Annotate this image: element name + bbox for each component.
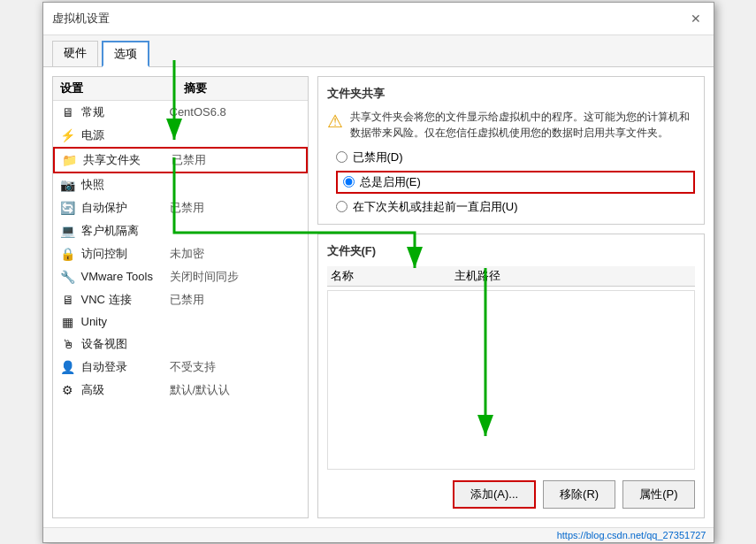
advanced-label: 高级 xyxy=(81,382,170,398)
radio-group: 已禁用(D) 总是启用(E) 在下次关机或挂起前一直启用(U) xyxy=(327,149,695,215)
shared-folders-summary: 已禁用 xyxy=(172,152,206,168)
snapshot-label: 快照 xyxy=(81,177,170,193)
advanced-icon: ⚙ xyxy=(60,383,76,397)
autologin-summary: 不受支持 xyxy=(170,359,216,375)
isolation-label: 客户机隔离 xyxy=(81,223,170,239)
close-button[interactable]: ✕ xyxy=(687,10,705,27)
radio-next-shutdown-input[interactable] xyxy=(336,201,347,212)
radio-always-on[interactable]: 总是启用(E) xyxy=(336,171,695,194)
access-control-icon: 🔒 xyxy=(60,247,76,261)
radio-always-on-input[interactable] xyxy=(343,176,355,188)
vmware-tools-icon: 🔧 xyxy=(60,270,76,284)
file-sharing-section: 文件夹共享 ⚠ 共享文件夹会将您的文件显示给虚拟机中的程序。这可能为您的计算机和… xyxy=(317,76,705,225)
snapshot-icon: 📷 xyxy=(60,178,76,192)
url-text: https://blog.csdn.net/qq_27351727 xyxy=(557,530,706,540)
folder-table-body xyxy=(327,290,695,470)
general-icon: 🖥 xyxy=(60,105,76,119)
list-item-isolation[interactable]: 💻 客户机隔离 xyxy=(53,219,308,242)
radio-always-on-label: 总是启用(E) xyxy=(360,174,421,190)
col-summary-header: 摘要 xyxy=(184,80,207,96)
vmware-tools-label: VMware Tools xyxy=(81,270,170,283)
list-item-snapshot[interactable]: 📷 快照 xyxy=(53,173,308,196)
list-item-autoprotect[interactable]: 🔄 自动保护 已禁用 xyxy=(53,196,308,219)
folder-section: 文件夹(F) 名称 主机路径 添加(A)... 移除(R) 属性(P) xyxy=(317,234,705,518)
autologin-label: 自动登录 xyxy=(81,359,170,375)
list-item-general[interactable]: 🖥 常规 CentOS6.8 xyxy=(53,101,308,124)
warning-row: ⚠ 共享文件夹会将您的文件显示给虚拟机中的程序。这可能为您的计算机和数据带来风险… xyxy=(327,109,695,141)
content-area: 设置 摘要 🖥 常规 CentOS6.8 ⚡ 电源 📁 共享文件夹 已禁用 xyxy=(43,67,714,527)
file-sharing-title: 文件夹共享 xyxy=(327,86,695,102)
list-item-vmware-tools[interactable]: 🔧 VMware Tools 关闭时间同步 xyxy=(53,265,308,288)
right-panel: 文件夹共享 ⚠ 共享文件夹会将您的文件显示给虚拟机中的程序。这可能为您的计算机和… xyxy=(317,76,705,518)
col-name-header: 名称 xyxy=(331,268,454,284)
unity-icon: ▦ xyxy=(60,315,76,329)
tab-hardware[interactable]: 硬件 xyxy=(52,41,98,66)
unity-label: Unity xyxy=(81,315,170,328)
shared-folders-label: 共享文件夹 xyxy=(83,152,172,168)
left-panel: 设置 摘要 🖥 常规 CentOS6.8 ⚡ 电源 📁 共享文件夹 已禁用 xyxy=(52,76,309,518)
radio-disabled[interactable]: 已禁用(D) xyxy=(336,149,695,165)
radio-next-shutdown-label: 在下次关机或挂起前一直启用(U) xyxy=(353,199,518,215)
radio-disabled-label: 已禁用(D) xyxy=(353,149,403,165)
folder-buttons: 添加(A)... 移除(R) 属性(P) xyxy=(327,480,695,509)
autologin-icon: 👤 xyxy=(60,360,76,374)
radio-disabled-input[interactable] xyxy=(336,151,347,163)
autoprotect-label: 自动保护 xyxy=(81,200,170,216)
left-header: 设置 摘要 xyxy=(53,77,308,101)
power-label: 电源 xyxy=(81,127,170,143)
autoprotect-summary: 已禁用 xyxy=(170,200,204,216)
dialog: 虚拟机设置 ✕ 硬件 选项 设置 摘要 🖥 常规 CentOS6.8 ⚡ 电源 xyxy=(42,2,714,543)
radio-next-shutdown[interactable]: 在下次关机或挂起前一直启用(U) xyxy=(336,199,695,215)
device-view-label: 设备视图 xyxy=(81,336,170,352)
remove-button[interactable]: 移除(R) xyxy=(543,480,615,509)
general-label: 常规 xyxy=(81,104,170,120)
power-icon: ⚡ xyxy=(60,128,76,142)
access-control-label: 访问控制 xyxy=(81,246,170,262)
list-item-unity[interactable]: ▦ Unity xyxy=(53,311,308,333)
tab-options[interactable]: 选项 xyxy=(102,41,149,67)
settings-list: 🖥 常规 CentOS6.8 ⚡ 电源 📁 共享文件夹 已禁用 📷 快照 xyxy=(53,101,308,402)
properties-button[interactable]: 属性(P) xyxy=(622,480,694,509)
list-item-advanced[interactable]: ⚙ 高级 默认/默认认 xyxy=(53,379,308,402)
url-bar: https://blog.csdn.net/qq_27351727 xyxy=(43,527,714,542)
vnc-summary: 已禁用 xyxy=(170,292,204,308)
vnc-icon: 🖥 xyxy=(60,293,76,307)
list-item-shared-folders[interactable]: 📁 共享文件夹 已禁用 xyxy=(53,147,308,173)
general-summary: CentOS6.8 xyxy=(170,105,226,119)
list-item-power[interactable]: ⚡ 电源 xyxy=(53,124,308,147)
list-item-device-view[interactable]: 🖱 设备视图 xyxy=(53,333,308,356)
title-bar: 虚拟机设置 ✕ xyxy=(43,3,714,35)
vmware-tools-summary: 关闭时间同步 xyxy=(170,269,239,285)
folder-section-title: 文件夹(F) xyxy=(327,243,695,259)
folder-table-header: 名称 主机路径 xyxy=(327,266,695,287)
list-item-vnc[interactable]: 🖥 VNC 连接 已禁用 xyxy=(53,288,308,311)
dialog-title: 虚拟机设置 xyxy=(52,11,110,27)
add-button[interactable]: 添加(A)... xyxy=(453,480,536,509)
list-item-autologin[interactable]: 👤 自动登录 不受支持 xyxy=(53,356,308,379)
col-path-header: 主机路径 xyxy=(454,268,500,284)
warning-icon: ⚠ xyxy=(327,111,343,132)
isolation-icon: 💻 xyxy=(60,224,76,238)
col-setting-header: 设置 xyxy=(60,80,184,96)
shared-folders-icon: 📁 xyxy=(62,153,78,167)
vnc-label: VNC 连接 xyxy=(81,292,170,308)
access-control-summary: 未加密 xyxy=(170,246,204,262)
advanced-summary: 默认/默认认 xyxy=(170,382,231,398)
list-item-access-control[interactable]: 🔒 访问控制 未加密 xyxy=(53,242,308,265)
autoprotect-icon: 🔄 xyxy=(60,201,76,215)
warning-text: 共享文件夹会将您的文件显示给虚拟机中的程序。这可能为您的计算机和数据带来风险。仅… xyxy=(350,109,695,141)
device-view-icon: 🖱 xyxy=(60,337,76,351)
tabs-bar: 硬件 选项 xyxy=(43,35,714,67)
